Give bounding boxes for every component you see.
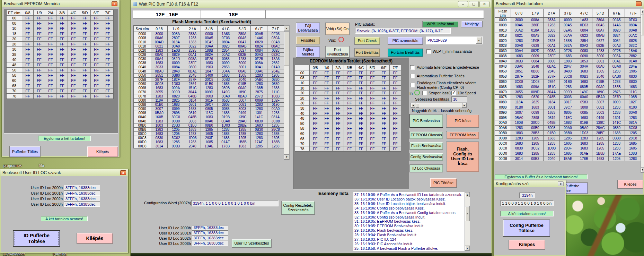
mem-cell[interactable]: 293F — [201, 136, 218, 140]
mem-cell[interactable]: FF — [333, 106, 344, 111]
port-check-button[interactable]: Port Check — [354, 37, 380, 45]
mem-cell[interactable]: 0B30 — [251, 128, 267, 132]
mem-cell[interactable]: 301F — [201, 99, 218, 103]
event-item[interactable]: 30: 16:19:05: EEPROM Beolvasása Indult. — [354, 224, 463, 228]
mem-cell[interactable]: 0084 — [251, 49, 267, 53]
mem-cell[interactable]: FF — [355, 106, 367, 111]
close-icon[interactable]: x — [112, 1, 117, 6]
mem-cell[interactable]: FF — [378, 146, 390, 151]
mem-cell[interactable]: 00A6 — [151, 36, 168, 40]
mem-cell[interactable]: 0E03 — [218, 36, 234, 40]
mem-cell[interactable]: 1D03 — [184, 136, 201, 140]
speed-value-field[interactable]: 10 — [451, 96, 467, 102]
mem-cell[interactable]: FF — [367, 131, 378, 136]
close-icon[interactable]: x — [558, 181, 564, 186]
mem-cell[interactable]: FF — [321, 121, 333, 126]
mem-cell[interactable]: 1605 — [267, 136, 284, 140]
mem-cell[interactable]: FF — [344, 91, 355, 96]
mem-cell[interactable]: 0830 — [251, 119, 267, 123]
mem-cell[interactable]: 0819 — [184, 111, 201, 115]
mem-cell[interactable]: FF — [390, 106, 401, 111]
mem-cell[interactable]: 0AB0 — [251, 78, 267, 82]
flash-read-scrollbar[interactable]: ▲ ▼ — [641, 9, 644, 173]
mem-cell[interactable]: 08B0 — [201, 123, 218, 128]
mem-cell[interactable]: FF — [333, 95, 344, 101]
mem-cell[interactable]: 00A2 — [218, 53, 234, 57]
mem-cell[interactable]: 0009 — [168, 61, 184, 65]
mem-cell[interactable]: FF — [378, 95, 390, 101]
mem-cell[interactable]: FF — [321, 70, 333, 76]
mem-cell[interactable]: 01B0 — [201, 82, 218, 86]
mem-cell[interactable]: 280F — [168, 36, 184, 40]
mem-cell[interactable]: 00AD — [151, 40, 168, 44]
event-item[interactable]: 32: 16:19:06: Config szó beolvasása Indu… — [354, 215, 463, 220]
mem-cell[interactable]: 3C08 — [151, 82, 168, 86]
mem-cell[interactable]: FF — [378, 141, 390, 146]
mem-cell[interactable]: FF — [367, 121, 378, 126]
mem-cell[interactable]: FF — [390, 146, 401, 151]
mem-cell[interactable]: 141C — [251, 115, 267, 119]
mem-cell[interactable]: 048B — [184, 94, 201, 99]
mem-cell[interactable]: 1283 — [251, 82, 267, 86]
mem-cell[interactable]: 2851 — [151, 74, 168, 78]
mem-cell[interactable]: 1283 — [184, 36, 201, 40]
mem-cell[interactable]: 178B — [218, 144, 234, 148]
desktop-icon-label[interactable]: programok — [3, 163, 22, 168]
mem-cell[interactable]: 1205 — [251, 144, 267, 148]
mem-cell[interactable]: FF — [390, 70, 401, 76]
mem-cell[interactable]: FF — [367, 75, 378, 80]
event-item[interactable]: 25: 16:18:58: A beolvasott Flash a Puffe… — [354, 246, 463, 251]
mem-cell[interactable]: 28BE — [234, 123, 251, 128]
auto-verify-checkbox[interactable] — [410, 65, 415, 70]
event-item[interactable]: 34: 16:19:06: Config szó beolvasása Kész… — [354, 206, 463, 211]
titlebar[interactable]: Beolvasott EEPROM Memória x — [2, 0, 120, 7]
id-load-to-buffer-button[interactable]: ID Pufferbe Töltése — [13, 230, 60, 247]
mem-cell[interactable]: FF — [390, 126, 401, 131]
mem-cell[interactable]: FF — [355, 141, 367, 146]
mem-cell[interactable]: FF — [378, 106, 390, 111]
pic-type-select[interactable]: PIC12F629 ▼ — [426, 36, 483, 44]
mem-cell[interactable]: 1683 — [201, 115, 218, 119]
config-details-button[interactable]: Config Részletek, Szerkesztés — [281, 201, 315, 215]
mem-cell[interactable]: 1285 — [234, 128, 251, 132]
minimize-icon[interactable]: – — [458, 1, 468, 7]
mem-cell[interactable]: 3C08 — [267, 119, 284, 123]
mem-cell[interactable]: 1D03 — [218, 123, 234, 128]
mem-cell[interactable]: 1683 — [151, 140, 168, 144]
mem-cell[interactable]: 1283 — [184, 140, 201, 144]
mem-cell[interactable]: FF — [321, 85, 333, 91]
mem-cell[interactable]: 019B — [234, 82, 251, 86]
mem-cell[interactable]: FF — [367, 85, 378, 91]
mem-cell[interactable]: 0830 — [267, 78, 284, 82]
mem-cell[interactable]: 3808 — [218, 103, 234, 107]
mem-cell[interactable]: FF — [355, 75, 367, 80]
config-load-to-buffer-button[interactable]: Config Pufferbe Töltése — [503, 220, 550, 237]
mem-cell[interactable]: 30C0 — [168, 115, 184, 119]
event-item[interactable]: 33: 16:19:06: A Puffer és a Beolvasott C… — [354, 211, 463, 215]
tab-12f-16f[interactable]: 12F _16F — [133, 10, 201, 19]
mem-cell[interactable]: FF — [321, 126, 333, 131]
tab-18f[interactable]: 18F — [201, 10, 266, 19]
mem-cell[interactable]: 00A1 — [184, 53, 201, 57]
mem-cell[interactable]: 00A0 — [151, 53, 168, 57]
mem-cell[interactable]: 18A6 — [267, 57, 284, 61]
mem-cell[interactable]: FF — [344, 116, 355, 121]
mem-cell[interactable]: 2040 — [184, 144, 201, 148]
mem-cell[interactable]: 3033 — [151, 65, 168, 69]
mem-cell[interactable]: 0805 — [201, 107, 218, 111]
mem-cell[interactable]: FF — [367, 111, 378, 116]
mem-cell[interactable]: FF — [333, 111, 344, 116]
exit-button[interactable]: Kilépés — [617, 180, 643, 189]
event-item[interactable]: 35: 16:19:06: User ID Location bájtok be… — [354, 202, 463, 206]
mem-cell[interactable]: 3003 — [184, 119, 201, 123]
mem-cell[interactable]: FF — [344, 80, 355, 86]
mem-cell[interactable]: 00A0 — [267, 107, 284, 111]
mem-cell[interactable]: 1283 — [251, 107, 267, 111]
mem-cell[interactable]: 019B — [218, 115, 234, 119]
mem-cell[interactable]: 3055 — [151, 90, 168, 94]
mem-cell[interactable]: 1205 — [168, 132, 184, 136]
mem-cell[interactable]: 00A7 — [234, 40, 251, 44]
mem-cell[interactable]: FF — [355, 126, 367, 131]
mem-cell[interactable]: 1383 — [184, 40, 201, 44]
mem-cell[interactable]: 138B — [267, 140, 284, 144]
